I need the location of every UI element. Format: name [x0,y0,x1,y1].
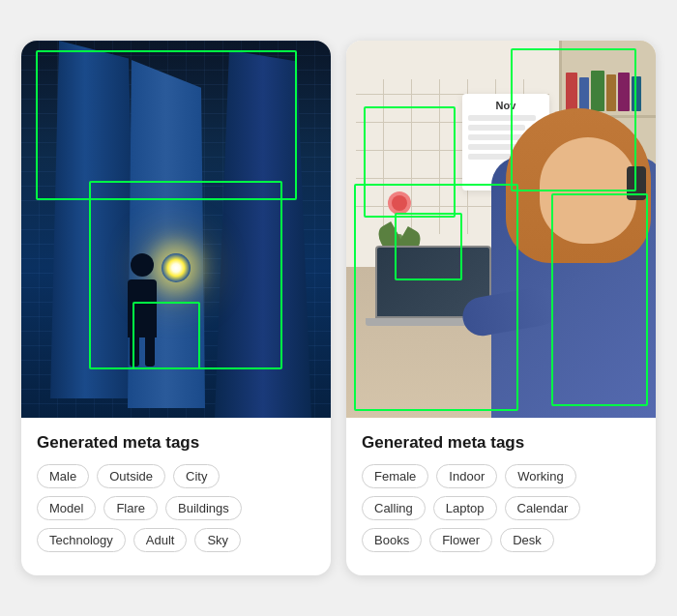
right-tags-row-1: Female Indoor Working [362,464,640,488]
tag-calling: Calling [362,496,426,520]
right-detection-box-5 [354,184,518,411]
right-image-container: Nov [346,41,656,418]
tag-indoor: Indoor [436,464,497,488]
left-tags-section: Generated meta tags Male Outside City Mo… [21,418,331,575]
tag-books: Books [362,528,422,552]
tag-calendar: Calendar [505,496,581,520]
right-detection-box-1 [511,48,636,191]
tag-city: City [173,464,220,488]
detection-box-3 [132,302,200,369]
right-tags-row-3: Books Flower Desk [362,528,640,552]
city-background [21,41,331,418]
tag-adult: Adult [133,528,188,552]
tag-working: Working [505,464,575,488]
left-tags-row-1: Male Outside City [37,464,315,488]
detection-box-1 [36,50,297,200]
tag-sky: Sky [194,528,241,552]
tag-model: Model [37,496,96,520]
tag-female: Female [362,464,428,488]
tag-technology: Technology [37,528,126,552]
tag-outside: Outside [97,464,165,488]
right-detection-box-2 [551,193,648,406]
work-background: Nov [346,41,656,418]
left-tags-title: Generated meta tags [37,433,315,453]
tag-male: Male [37,464,89,488]
tag-laptop: Laptop [433,496,497,520]
right-tags-title: Generated meta tags [362,433,640,453]
tag-buildings: Buildings [165,496,242,520]
right-card: Nov [346,41,656,575]
right-tags-section: Generated meta tags Female Indoor Workin… [346,418,656,575]
left-tags-row-2: Model Flare Buildings [37,496,315,520]
left-tags-row-3: Technology Adult Sky [37,528,315,552]
left-card: Generated meta tags Male Outside City Mo… [21,41,331,575]
tag-flower: Flower [429,528,492,552]
tag-desk: Desk [500,528,554,552]
tag-flare: Flare [103,496,158,520]
left-image-container [21,41,331,418]
right-tags-row-2: Calling Laptop Calendar [362,496,640,520]
